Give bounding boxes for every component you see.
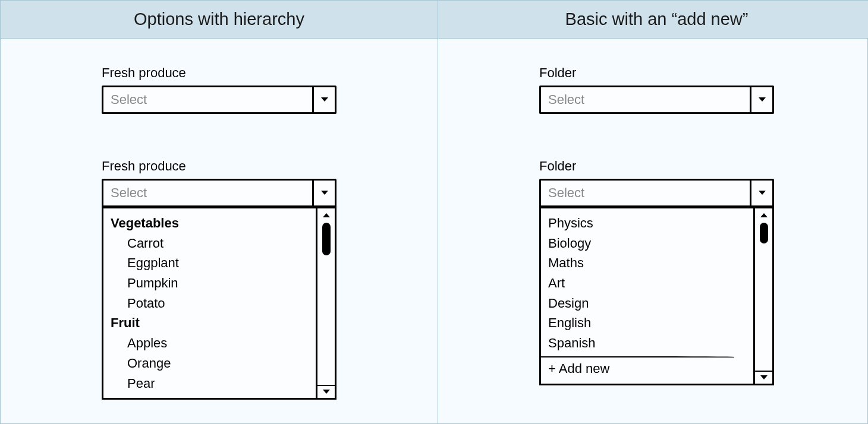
scroll-up-icon[interactable] [755,208,772,222]
scroll-down-icon[interactable] [755,371,772,384]
field-fresh-produce-collapsed: Fresh produce Select [102,65,336,114]
option-pumpkin[interactable]: Pumpkin [103,273,316,293]
option-biology[interactable]: Biology [541,233,753,254]
panel-hierarchy: Options with hierarchy Fresh produce Sel… [1,1,438,423]
panel-hierarchy-title: Options with hierarchy [1,1,438,39]
chevron-down-icon [312,87,335,112]
chevron-down-icon [750,181,772,205]
option-english[interactable]: English [541,313,753,333]
group-vegetables: Vegetables [103,213,316,233]
folder-select-collapsed[interactable]: Select [539,86,774,114]
fresh-produce-dropdown: Vegetables Carrot Eggplant Pumpkin Potat… [102,205,336,400]
panel-add-new: Basic with an “add new” Folder Select Fo… [438,1,868,423]
option-art[interactable]: Art [541,273,753,293]
option-spanish[interactable]: Spanish [541,333,753,353]
panel-add-new-title: Basic with an “add new” [438,1,868,39]
scroll-thumb[interactable] [322,223,331,255]
field-folder-expanded: Folder Select Physics Biology Maths Art [539,159,774,385]
field-fresh-produce-expanded: Fresh produce Select Vegetables Carrot E… [102,159,336,400]
scroll-thumb[interactable] [760,223,768,243]
option-carrot[interactable]: Carrot [103,233,316,254]
option-physics[interactable]: Physics [541,213,753,233]
scrollbar [316,208,335,398]
fresh-produce-select-collapsed[interactable]: Select [102,86,336,114]
chevron-down-icon [312,181,335,205]
scroll-up-icon[interactable] [317,208,335,222]
option-apples[interactable]: Apples [103,333,316,353]
option-pear[interactable]: Pear [103,374,316,394]
fresh-produce-label-2: Fresh produce [102,159,336,174]
select-placeholder: Select [541,185,750,201]
select-placeholder: Select [103,92,312,107]
fresh-produce-select-expanded[interactable]: Select [102,179,336,207]
option-potato[interactable]: Potato [103,293,316,314]
scroll-down-icon[interactable] [317,385,335,398]
select-placeholder: Select [103,185,312,201]
divider [541,356,734,357]
folder-label-1: Folder [539,65,774,81]
option-eggplant[interactable]: Eggplant [103,253,316,273]
folder-label-2: Folder [539,159,774,174]
select-placeholder: Select [541,92,750,107]
folder-dropdown: Physics Biology Maths Art Design English… [539,205,774,385]
scrollbar [753,208,772,384]
add-new-button[interactable]: + Add new [541,359,753,379]
option-design[interactable]: Design [541,293,753,314]
chevron-down-icon [750,87,772,112]
option-maths[interactable]: Maths [541,253,753,273]
field-folder-collapsed: Folder Select [539,65,774,114]
group-fruit: Fruit [103,313,316,333]
folder-select-expanded[interactable]: Select [539,179,774,207]
fresh-produce-label-1: Fresh produce [102,65,336,81]
option-orange[interactable]: Orange [103,353,316,374]
